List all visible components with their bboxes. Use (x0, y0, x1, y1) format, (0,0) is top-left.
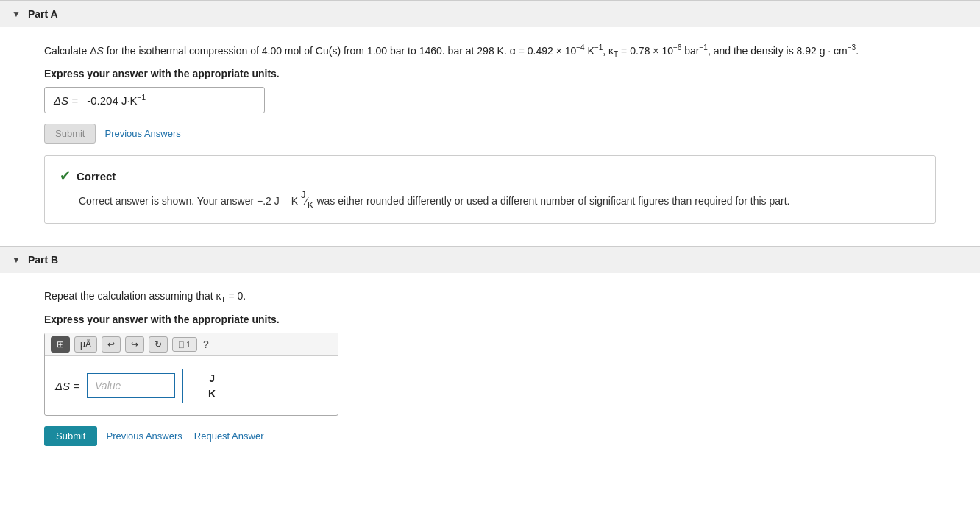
fraction-unit: J K (182, 369, 241, 403)
grid-icon: ⊞ (57, 339, 64, 350)
fraction-denominator: K (189, 386, 235, 400)
part-b-previous-answers-link[interactable]: Previous Answers (106, 431, 182, 442)
toolbar-mu-button[interactable]: μÅ (74, 336, 97, 353)
value-input[interactable]: Value (87, 373, 175, 398)
toolbar-undo-button[interactable]: ↩ (102, 336, 121, 353)
part-a-express-label: Express your answer with the appropriate… (44, 68, 936, 79)
value-placeholder: Value (95, 380, 121, 392)
redo-icon: ↪ (131, 339, 138, 350)
part-a-answer-box: ΔS = -0.204 J·K−1 (44, 87, 265, 113)
part-a-previous-answers-link[interactable]: Previous Answers (104, 128, 180, 139)
part-a-answer-value: -0.204 J·K−1 (84, 93, 146, 107)
part-b-submit-button[interactable]: Submit (44, 426, 97, 446)
part-a-header[interactable]: ▼ Part A (0, 1, 980, 27)
refresh-icon: ↻ (155, 339, 162, 350)
part-b-answer-prefix: ΔS = (55, 380, 79, 392)
toolbar-grid-button[interactable]: ⊞ (51, 336, 70, 353)
editor-body: ΔS = Value J K (45, 356, 338, 415)
part-a-arrow: ▼ (12, 9, 21, 19)
toolbar-help-button[interactable]: ? (203, 339, 209, 350)
undo-icon: ↩ (107, 339, 115, 350)
toolbar-redo-button[interactable]: ↪ (125, 336, 144, 353)
part-a-body: Calculate ΔS for the isothermal compress… (0, 27, 980, 246)
part-a-correct-header: ✔ Correct (60, 168, 920, 184)
fraction-display: JK J⁄K (274, 195, 317, 207)
part-a-answer-prefix: ΔS = (54, 94, 78, 107)
part-b-header[interactable]: ▼ Part B (0, 247, 980, 273)
part-b-label: Part B (28, 254, 58, 266)
part-b-arrow: ▼ (12, 255, 21, 265)
part-a-buttons-row: Submit Previous Answers (44, 124, 936, 144)
check-icon: ✔ (60, 168, 71, 184)
part-b-request-answer-link[interactable]: Request Answer (194, 431, 264, 442)
part-b-express-label: Express your answer with the appropriate… (44, 314, 936, 325)
part-b-question: Repeat the calculation assuming that κT … (44, 288, 936, 306)
keyboard-icon: ⎕ 1 (179, 340, 191, 349)
page-container: ▼ Part A Calculate ΔS for the isothermal… (0, 0, 980, 510)
part-a-correct-box: ✔ Correct Correct answer is shown. Your … (44, 155, 936, 224)
part-b-section: ▼ Part B Repeat the calculation assuming… (0, 246, 980, 468)
editor-toolbar: ⊞ μÅ ↩ ↪ ↻ ⎕ 1 (45, 333, 338, 356)
toolbar-keyboard-button[interactable]: ⎕ 1 (172, 337, 197, 352)
fraction-numerator: J (189, 372, 235, 386)
part-a-submit-button: Submit (44, 124, 96, 144)
equation-editor: ⊞ μÅ ↩ ↪ ↻ ⎕ 1 (44, 333, 338, 416)
part-a-section: ▼ Part A Calculate ΔS for the isothermal… (0, 0, 980, 246)
part-a-label: Part A (28, 8, 58, 20)
part-b-body: Repeat the calculation assuming that κT … (0, 273, 980, 468)
part-a-question: Calculate ΔS for the isothermal compress… (44, 42, 936, 60)
part-a-correct-body: Correct answer is shown. Your answer −.2… (60, 190, 920, 211)
mu-icon: μÅ (80, 339, 91, 350)
part-b-buttons-row: Submit Previous Answers Request Answer (44, 426, 936, 446)
part-a-correct-label: Correct (77, 170, 116, 183)
toolbar-refresh-button[interactable]: ↻ (149, 336, 168, 353)
